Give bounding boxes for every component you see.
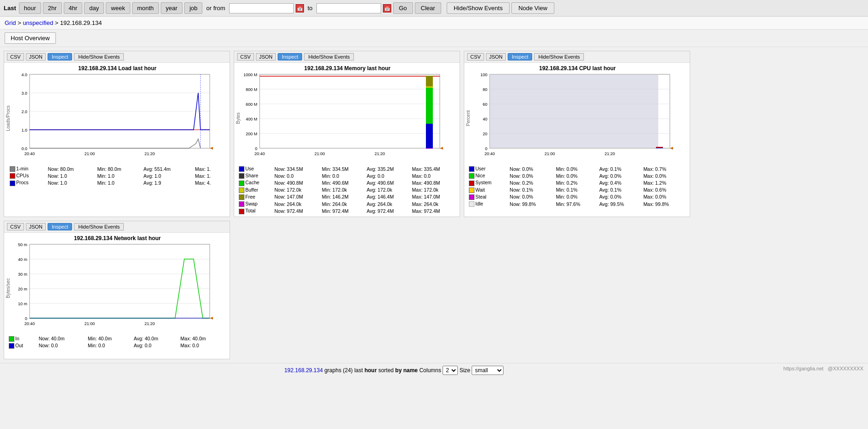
node-view-button[interactable]: Node View bbox=[511, 2, 554, 14]
bottom-by-name-label: by name bbox=[395, 367, 418, 374]
load-legend-procs: Procs bbox=[16, 180, 29, 185]
svg-text:3.0: 3.0 bbox=[21, 91, 27, 96]
to-label: to bbox=[308, 5, 313, 12]
network-legend: In Now: 40.0mMin: 40.0mAvg: 40.0mMax: 40… bbox=[4, 334, 230, 351]
cpu-chart-toolbar: CSV JSON Inspect Hide/Show Events bbox=[464, 51, 690, 63]
charts-area: CSV JSON Inspect Hide/Show Events 192.16… bbox=[0, 47, 868, 363]
memory-inspect-button[interactable]: Inspect bbox=[278, 53, 302, 60]
load-json-button[interactable]: JSON bbox=[26, 53, 46, 60]
svg-text:2.0: 2.0 bbox=[21, 109, 27, 114]
clear-button[interactable]: Clear bbox=[415, 2, 441, 14]
svg-text:20:40: 20:40 bbox=[24, 321, 35, 326]
time-btn-month[interactable]: month bbox=[132, 2, 159, 14]
network-csv-button[interactable]: CSV bbox=[7, 223, 24, 230]
bottom-size-label: Size bbox=[460, 367, 472, 374]
svg-rect-41 bbox=[426, 86, 433, 88]
svg-text:Bytes: Bytes bbox=[236, 112, 241, 124]
breadcrumb-unspecified[interactable]: unspecified bbox=[23, 19, 53, 26]
svg-marker-16 bbox=[210, 147, 213, 150]
svg-marker-84 bbox=[210, 317, 213, 320]
time-btn-2hr[interactable]: 2hr bbox=[43, 2, 62, 14]
svg-rect-64 bbox=[656, 148, 663, 148]
hide-show-events-button[interactable]: Hide/Show Events bbox=[447, 2, 510, 14]
svg-text:Loads/Procs: Loads/Procs bbox=[6, 105, 11, 131]
breadcrumb-grid[interactable]: Grid bbox=[5, 19, 16, 26]
time-btn-week[interactable]: week bbox=[106, 2, 130, 14]
svg-text:40 m: 40 m bbox=[18, 257, 27, 262]
time-btn-year[interactable]: year bbox=[161, 2, 182, 14]
svg-text:21:20: 21:20 bbox=[145, 321, 155, 326]
svg-rect-36 bbox=[260, 74, 440, 148]
last-label: Last bbox=[4, 5, 16, 12]
svg-rect-83 bbox=[30, 244, 210, 318]
svg-rect-42 bbox=[426, 76, 433, 86]
load-hide-show-button[interactable]: Hide/Show Events bbox=[74, 53, 124, 60]
or-from-label: or from bbox=[206, 5, 225, 12]
time-btn-4hr[interactable]: 4hr bbox=[64, 2, 83, 14]
network-json-button[interactable]: JSON bbox=[26, 223, 46, 230]
svg-text:1000 M: 1000 M bbox=[243, 73, 257, 77]
network-hide-show-button[interactable]: Hide/Show Events bbox=[74, 223, 124, 230]
svg-text:0.0: 0.0 bbox=[21, 146, 27, 151]
memory-csv-button[interactable]: CSV bbox=[237, 53, 254, 60]
go-button[interactable]: Go bbox=[393, 2, 413, 14]
host-overview-button[interactable]: Host Overview bbox=[5, 32, 56, 44]
svg-text:600 M: 600 M bbox=[246, 102, 257, 107]
memory-chart-container: CSV JSON Inspect Hide/Show Events 192.16… bbox=[234, 51, 460, 217]
svg-text:10 m: 10 m bbox=[18, 302, 27, 306]
svg-text:21:00: 21:00 bbox=[85, 321, 95, 326]
memory-hide-show-button[interactable]: Hide/Show Events bbox=[304, 53, 354, 60]
load-chart-container: CSV JSON Inspect Hide/Show Events 192.16… bbox=[4, 51, 230, 217]
svg-text:Percent: Percent bbox=[466, 110, 471, 127]
svg-marker-37 bbox=[440, 147, 443, 150]
cpu-hide-show-button[interactable]: Hide/Show Events bbox=[534, 53, 584, 60]
bottom-columns-label: Columns bbox=[419, 367, 443, 374]
cpu-inspect-button[interactable]: Inspect bbox=[508, 53, 532, 60]
svg-text:20:40: 20:40 bbox=[24, 151, 35, 156]
time-btn-day[interactable]: day bbox=[84, 2, 104, 14]
time-btn-job[interactable]: job bbox=[184, 2, 202, 14]
svg-text:192.168.29.134 CPU last hour: 192.168.29.134 CPU last hour bbox=[539, 65, 616, 72]
load-csv-button[interactable]: CSV bbox=[7, 53, 24, 60]
svg-text:192.168.29.134 Memory last hou: 192.168.29.134 Memory last hour bbox=[304, 65, 391, 72]
svg-rect-65 bbox=[656, 147, 663, 148]
bottom-sorted-label: sorted bbox=[378, 367, 395, 374]
from-date-input[interactable] bbox=[229, 3, 294, 13]
svg-text:40: 40 bbox=[483, 117, 487, 121]
load-legend: 1-min Now: 80.0mMin: 80.0mAvg: 551.4mMax… bbox=[4, 164, 230, 188]
host-overview-bar: Host Overview bbox=[0, 30, 868, 47]
svg-text:50 m: 50 m bbox=[18, 242, 27, 247]
cpu-csv-button[interactable]: CSV bbox=[467, 53, 484, 60]
cpu-json-button[interactable]: JSON bbox=[486, 53, 506, 60]
svg-text:0: 0 bbox=[25, 316, 27, 321]
to-calendar-icon[interactable]: 📅 bbox=[383, 4, 391, 12]
svg-text:80: 80 bbox=[483, 87, 487, 92]
bottom-graphs-label: graphs (24) last bbox=[324, 367, 364, 374]
svg-text:20 m: 20 m bbox=[18, 287, 27, 291]
svg-text:0: 0 bbox=[485, 146, 487, 151]
bottom-host-link[interactable]: 192.168.29.134 bbox=[284, 367, 322, 374]
memory-chart-toolbar: CSV JSON Inspect Hide/Show Events bbox=[234, 51, 460, 63]
svg-rect-43 bbox=[426, 148, 433, 149]
svg-text:4.0: 4.0 bbox=[21, 73, 27, 77]
time-btn-hour[interactable]: hour bbox=[19, 2, 41, 14]
svg-text:21:00: 21:00 bbox=[315, 151, 325, 156]
bottom-bar: 192.168.29.134 graphs (24) last hour sor… bbox=[0, 363, 868, 377]
svg-text:200 M: 200 M bbox=[246, 132, 257, 136]
svg-text:21:00: 21:00 bbox=[545, 151, 555, 156]
from-calendar-icon[interactable]: 📅 bbox=[296, 4, 304, 12]
svg-text:30 m: 30 m bbox=[18, 272, 27, 277]
svg-text:21:20: 21:20 bbox=[145, 151, 155, 156]
network-inspect-button[interactable]: Inspect bbox=[48, 223, 72, 230]
cpu-chart-svg: 192.168.29.134 CPU last hour Percent 100… bbox=[464, 63, 691, 164]
load-inspect-button[interactable]: Inspect bbox=[48, 53, 72, 60]
svg-rect-63 bbox=[490, 74, 658, 148]
to-date-input[interactable] bbox=[316, 3, 381, 13]
memory-json-button[interactable]: JSON bbox=[256, 53, 276, 60]
bottom-columns-select[interactable]: 2 1 3 4 bbox=[443, 366, 458, 375]
bottom-hour-label: hour bbox=[364, 367, 377, 374]
breadcrumb-sep2: > bbox=[53, 19, 60, 26]
svg-text:192.168.29.134 Network last ho: 192.168.29.134 Network last hour bbox=[74, 235, 161, 242]
breadcrumb-host: 192.168.29.134 bbox=[60, 19, 102, 26]
bottom-size-select[interactable]: small medium large bbox=[472, 366, 504, 375]
